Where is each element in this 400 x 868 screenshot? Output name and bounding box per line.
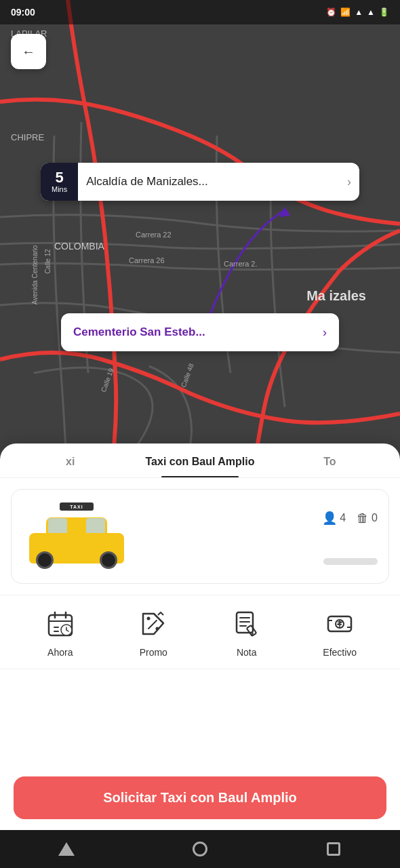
promo-icon-box [136, 606, 171, 642]
efectivo-label: Efectivo [323, 647, 357, 658]
destination-name: Alcaldía de Manizales... › [78, 175, 359, 189]
tab-taxi-baul-amplio[interactable]: Taxi con Baul Amplio [135, 443, 264, 477]
back-button[interactable]: ← [11, 34, 46, 69]
passenger-stat: 👤 4 [322, 511, 346, 526]
nav-home-button[interactable] [185, 834, 215, 864]
status-icons: ⏰ 📶 ▲ ▲ 🔋 [326, 7, 389, 17]
luggage-icon: 🗑 [357, 511, 369, 526]
luggage-stat: 🗑 0 [357, 511, 378, 526]
chevron-right-icon: › [347, 175, 351, 189]
person-icon: 👤 [322, 511, 337, 526]
map-label-calle12: Calle 12 [44, 249, 52, 274]
back-arrow-icon: ← [22, 44, 35, 60]
action-efectivo[interactable]: Efectivo [322, 606, 357, 658]
nav-home-icon [193, 842, 207, 856]
efectivo-icon-box [322, 606, 357, 642]
destination-card[interactable]: 5 Mins Alcaldía de Manizales... › [41, 163, 359, 201]
car-card: TAXI 👤 4 🗑 0 [11, 489, 389, 584]
map-label-colombia: COLOMBIA [54, 241, 104, 252]
ahora-label: Ahora [47, 647, 73, 658]
action-ahora[interactable]: Ahora [43, 606, 78, 658]
nota-label: Nota [237, 647, 257, 658]
request-taxi-button[interactable]: Solicitar Taxi con Baul Amplio [14, 776, 386, 819]
car-window-right [86, 518, 105, 533]
map-label-carrera26: Carrera 26 [129, 256, 165, 264]
actions-row: Ahora Promo [0, 595, 400, 669]
battery-icon: 🔋 [379, 7, 389, 17]
tab-to[interactable]: To [265, 443, 395, 477]
nav-back-button[interactable] [52, 834, 81, 864]
map-label-avenida: Avenida Centenario [31, 245, 39, 305]
action-nota[interactable]: Nota [229, 606, 264, 658]
nav-recent-icon [327, 842, 340, 856]
note-pencil-icon [233, 610, 261, 638]
map-label-manizales: Ma izales [306, 288, 366, 304]
nota-icon-box [229, 606, 264, 642]
car-window-left [48, 518, 67, 533]
nav-recent-button[interactable] [319, 834, 348, 864]
map-label-carrera2x: Carrera 2. [224, 260, 258, 268]
cash-icon [325, 610, 354, 638]
map-label-chipre: CHIPRE [11, 132, 44, 142]
ahora-icon-box [43, 606, 78, 642]
network-icon: ▲ [367, 7, 375, 17]
car-wheel-right [100, 551, 117, 569]
cta-container: Solicitar Taxi con Baul Amplio [0, 766, 400, 830]
status-bar: 09:00 ⏰ 📶 ▲ ▲ 🔋 [0, 0, 400, 24]
origin-name: Cementerio San Esteb... [73, 326, 205, 339]
passenger-count: 4 [340, 512, 346, 524]
bottom-panel: xi Taxi con Baul Amplio To TAXI [0, 443, 400, 830]
price-bar [323, 558, 378, 565]
calendar-now-icon [46, 610, 75, 638]
nav-back-icon [58, 842, 75, 856]
eta-unit: Mins [52, 185, 67, 193]
status-time: 09:00 [11, 7, 35, 18]
promo-label: Promo [140, 647, 167, 658]
map-label-carrera22: Carrera 22 [136, 231, 172, 239]
alarm-icon: ⏰ [326, 7, 336, 17]
action-promo[interactable]: Promo [136, 606, 171, 658]
wifi-icon: ▲ [355, 7, 363, 17]
eta-badge: 5 Mins [41, 163, 78, 201]
car-wheel-left [36, 551, 54, 569]
map-container: LAPILAR CHIPRE COLOMBIA Ma izales Carrer… [0, 0, 400, 488]
origin-card[interactable]: Cementerio San Esteb... › [61, 313, 339, 351]
nav-bar [0, 830, 400, 868]
svg-point-12 [147, 617, 151, 620]
tab-xi[interactable]: xi [5, 443, 135, 477]
car-image: TAXI [22, 502, 144, 570]
svg-line-13 [148, 620, 157, 629]
car-stats: 👤 4 🗑 0 [322, 511, 378, 526]
origin-chevron-icon: › [323, 326, 327, 340]
signal-icon: 📶 [340, 7, 351, 17]
car-info: 👤 4 🗑 0 [144, 508, 378, 565]
tab-strip: xi Taxi con Baul Amplio To [0, 443, 400, 478]
luggage-count: 0 [372, 512, 378, 524]
svg-point-14 [156, 627, 159, 631]
taxi-illustration: TAXI [22, 509, 131, 564]
promo-tag-icon [139, 610, 167, 638]
eta-minutes: 5 [55, 170, 63, 185]
taxi-sign: TAXI [60, 502, 94, 511]
taxi-sign-text: TAXI [70, 505, 83, 509]
